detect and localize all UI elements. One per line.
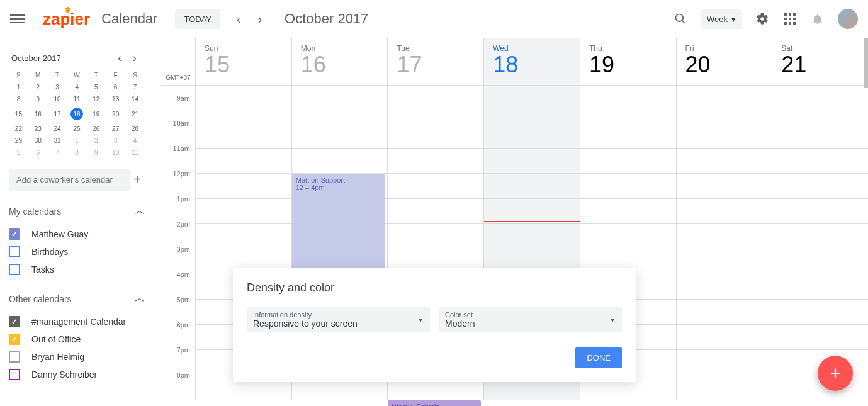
calendar-checkbox[interactable] (9, 264, 20, 275)
mini-cal-day[interactable]: 23 (28, 123, 48, 135)
mini-cal-day[interactable]: 7 (48, 147, 67, 159)
calendar-item[interactable]: Out of Office (9, 330, 145, 348)
density-dropdown[interactable]: Information density Responsive to your s… (247, 307, 430, 332)
my-calendars-toggle[interactable]: My calendars ︿ (9, 202, 145, 220)
calendar-label: Danny Schreiber (31, 369, 97, 380)
mini-cal-day[interactable]: 21 (125, 105, 145, 123)
mini-cal-day[interactable]: 20 (106, 105, 125, 123)
search-icon[interactable] (673, 11, 688, 26)
calendar-checkbox[interactable] (9, 246, 20, 257)
calendar-checkbox[interactable] (9, 316, 20, 327)
mini-cal-day[interactable]: 7 (125, 81, 145, 93)
mini-cal-day[interactable]: 31 (48, 135, 67, 147)
mini-cal-day[interactable]: 5 (86, 81, 106, 93)
prev-week-button[interactable]: ‹ (229, 9, 248, 28)
mini-cal-day[interactable]: 2 (86, 135, 106, 147)
mini-cal-day[interactable]: 3 (106, 135, 125, 147)
mini-cal-dow: S (125, 69, 145, 81)
mini-cal-day[interactable]: 12 (86, 93, 106, 105)
mini-cal-dow: S (9, 69, 28, 81)
settings-icon[interactable] (755, 11, 770, 26)
mini-cal-title: October 2017 (11, 54, 61, 63)
day-header[interactable]: Tue17 (387, 38, 483, 85)
mini-cal-day[interactable]: 16 (28, 105, 48, 123)
day-header[interactable]: Fri20 (676, 38, 772, 85)
mini-cal-day[interactable]: 1 (67, 135, 87, 147)
day-column[interactable] (772, 86, 868, 400)
mini-cal-day[interactable]: 9 (28, 93, 48, 105)
mini-cal-dow: M (28, 69, 48, 81)
calendar-event[interactable]: Weekly Editoria...8:30pm (388, 400, 481, 406)
mini-cal-day[interactable]: 8 (67, 147, 87, 159)
mini-cal-day[interactable]: 28 (125, 123, 145, 135)
mini-cal-day[interactable]: 14 (125, 93, 145, 105)
notifications-icon[interactable] (810, 11, 825, 26)
calendar-item[interactable]: #management Calendar (9, 313, 145, 330)
mini-cal-day[interactable]: 25 (67, 123, 87, 135)
day-header[interactable]: Sat21 (772, 38, 868, 85)
mini-cal-day[interactable]: 15 (9, 105, 28, 123)
mini-cal-day[interactable]: 9 (86, 147, 106, 159)
mini-cal-next[interactable]: › (127, 50, 142, 65)
mini-cal-day[interactable]: 4 (125, 135, 145, 147)
day-column[interactable] (676, 86, 772, 400)
mini-cal-day[interactable]: 17 (48, 105, 67, 123)
mini-cal-day[interactable]: 1 (9, 81, 28, 93)
mini-cal-day[interactable]: 11 (125, 147, 145, 159)
calendar-item[interactable]: Bryan Helmig (9, 348, 145, 366)
done-button[interactable]: DONE (575, 347, 622, 368)
day-header[interactable]: Wed18 (483, 38, 580, 85)
scrollbar[interactable] (864, 38, 868, 88)
mini-cal-day[interactable]: 6 (28, 147, 48, 159)
mini-cal-day[interactable]: 29 (9, 135, 28, 147)
menu-icon[interactable] (10, 11, 25, 26)
mini-cal-day[interactable]: 5 (9, 147, 28, 159)
view-select[interactable]: Week▾ (701, 9, 742, 29)
mini-cal-day[interactable]: 11 (67, 93, 87, 105)
day-number: 21 (781, 52, 859, 78)
add-coworker-plus[interactable]: + (130, 169, 145, 191)
day-header[interactable]: Sun15 (195, 38, 291, 85)
logo[interactable]: zapier✱ (43, 9, 90, 29)
mini-cal-day[interactable]: 22 (9, 123, 28, 135)
event-title: Weekly Editoria... (392, 403, 477, 406)
mini-cal-day[interactable]: 2 (28, 81, 48, 93)
avatar[interactable] (838, 9, 858, 29)
mini-cal-day[interactable]: 13 (106, 93, 125, 105)
calendar-checkbox[interactable] (9, 228, 20, 240)
calendar-item[interactable]: Birthdays (9, 243, 145, 261)
mini-cal-day[interactable]: 10 (48, 93, 67, 105)
today-button[interactable]: TODAY (175, 9, 220, 29)
calendar-item[interactable]: Danny Schreiber (9, 366, 145, 383)
timezone-label: GMT+07 (161, 38, 195, 85)
apps-icon[interactable] (782, 11, 798, 26)
mini-cal-day[interactable]: 8 (9, 93, 28, 105)
calendar-item[interactable]: Tasks (9, 261, 145, 278)
calendar-event[interactable]: Matt on Support12 – 4pm (292, 174, 385, 274)
calendar-checkbox[interactable] (9, 351, 20, 363)
add-coworker-input[interactable] (9, 169, 130, 191)
time-label: 7pm (161, 346, 195, 371)
mini-cal-day[interactable]: 3 (48, 81, 67, 93)
calendar-checkbox[interactable] (9, 334, 20, 345)
colorset-dropdown[interactable]: Color set Modern ▼ (439, 307, 622, 332)
next-week-button[interactable]: › (251, 9, 269, 28)
mini-cal-day[interactable]: 18 (67, 105, 87, 123)
create-event-fab[interactable]: + (818, 356, 853, 391)
svg-rect-10 (793, 22, 796, 25)
mini-cal-day[interactable]: 6 (106, 81, 125, 93)
mini-cal-day[interactable]: 10 (106, 147, 125, 159)
mini-cal-prev[interactable]: ‹ (112, 50, 127, 65)
day-header[interactable]: Mon16 (291, 38, 388, 85)
mini-cal-day[interactable]: 26 (86, 123, 106, 135)
other-calendars-toggle[interactable]: Other calendars ︿ (9, 290, 145, 308)
day-header[interactable]: Thu19 (580, 38, 676, 85)
time-label: 10am (161, 120, 195, 145)
mini-cal-day[interactable]: 4 (67, 81, 87, 93)
mini-cal-day[interactable]: 27 (106, 123, 125, 135)
calendar-checkbox[interactable] (9, 369, 20, 380)
mini-cal-day[interactable]: 30 (28, 135, 48, 147)
mini-cal-day[interactable]: 19 (86, 105, 106, 123)
calendar-item[interactable]: Matthew Guay (9, 225, 145, 243)
mini-cal-day[interactable]: 24 (48, 123, 67, 135)
